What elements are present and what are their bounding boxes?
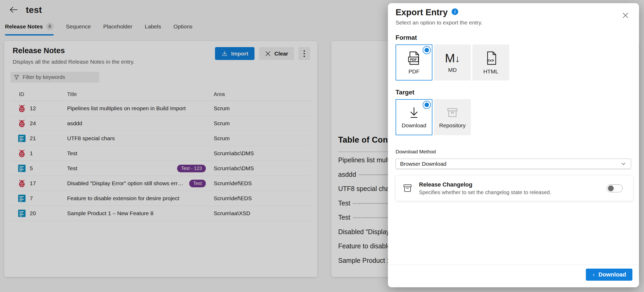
target-option-label: Download bbox=[402, 122, 426, 129]
download-button[interactable]: Download bbox=[586, 269, 632, 281]
format-options: PDF PDF M↓ MD <•> HTML bbox=[396, 44, 632, 80]
modal-subtitle: Select an option to export the entry. bbox=[396, 19, 632, 26]
changelog-title: Release Changelog bbox=[419, 181, 607, 188]
download-icon bbox=[592, 272, 595, 278]
format-section-label: Format bbox=[396, 34, 632, 41]
radio-selected-icon bbox=[423, 101, 431, 109]
target-option-label: Repository bbox=[439, 122, 466, 129]
target-section-label: Target bbox=[396, 89, 632, 96]
release-changelog-card: Release Changelog Specifies whether to s… bbox=[396, 175, 633, 201]
markdown-icon: M↓ bbox=[445, 52, 460, 64]
export-entry-modal: Export Entry i Select an option to expor… bbox=[388, 3, 639, 287]
toggle-knob bbox=[608, 185, 614, 191]
pdf-file-icon: PDF bbox=[406, 51, 422, 66]
repository-box-icon bbox=[446, 106, 459, 120]
format-option-md[interactable]: M↓ MD bbox=[434, 44, 471, 80]
html-file-icon: <•> bbox=[483, 51, 498, 66]
format-option-label: PDF bbox=[408, 68, 420, 75]
svg-text:PDF: PDF bbox=[410, 57, 417, 61]
download-method-label: Download Method bbox=[396, 149, 632, 155]
target-options: Download Repository bbox=[396, 99, 632, 135]
format-option-label: HTML bbox=[483, 68, 498, 75]
format-option-label: MD bbox=[448, 67, 457, 73]
target-option-download[interactable]: Download bbox=[396, 99, 432, 135]
format-option-html[interactable]: <•> HTML bbox=[472, 44, 509, 80]
release-changelog-toggle[interactable] bbox=[607, 184, 623, 192]
download-method-select[interactable]: Browser Download bbox=[396, 159, 631, 169]
format-option-pdf[interactable]: PDF PDF bbox=[396, 44, 432, 80]
info-icon[interactable]: i bbox=[452, 8, 458, 15]
close-button[interactable] bbox=[620, 10, 631, 21]
close-x-icon bbox=[622, 12, 629, 19]
modal-footer: Download bbox=[388, 265, 639, 287]
changelog-archive-icon bbox=[403, 183, 412, 193]
changelog-description: Specifies whether to set the changelog s… bbox=[419, 189, 607, 195]
chevron-down-icon bbox=[621, 161, 626, 167]
radio-selected-icon bbox=[423, 46, 431, 54]
download-method-value: Browser Download bbox=[400, 161, 446, 167]
download-arrow-icon bbox=[407, 106, 421, 120]
target-option-repository[interactable]: Repository bbox=[434, 99, 471, 135]
modal-title: Export Entry bbox=[396, 7, 448, 17]
svg-text:<•>: <•> bbox=[487, 58, 494, 63]
download-button-label: Download bbox=[598, 271, 626, 278]
